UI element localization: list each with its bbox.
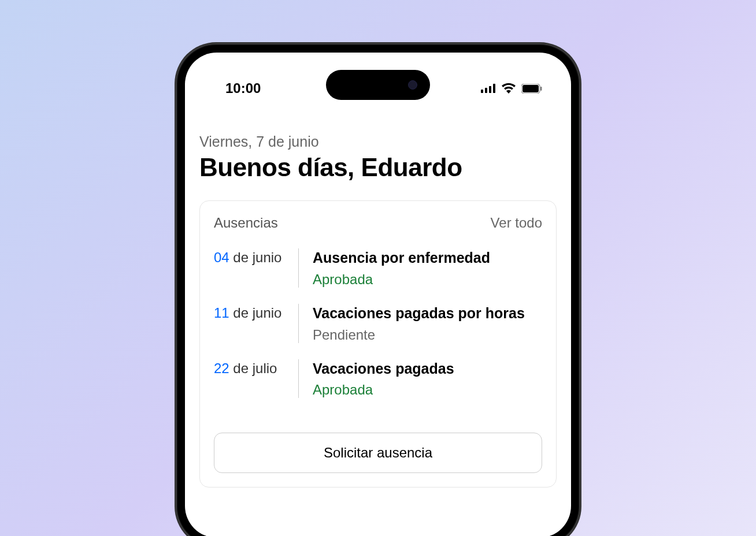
card-title: Ausencias [214, 215, 278, 231]
card-header: Ausencias Ver todo [214, 215, 542, 231]
status-icons [481, 83, 542, 94]
absence-item[interactable]: 04 de junio Ausencia por enfermedad Apro… [214, 248, 542, 288]
svg-rect-5 [522, 85, 539, 92]
absence-type: Ausencia por enfermedad [313, 248, 542, 268]
main-content: Viernes, 7 de junio Buenos días, Eduardo… [185, 99, 571, 487]
absence-details: Vacaciones pagadas por horas Pendiente [308, 304, 542, 343]
absence-date: 04 de junio [214, 248, 289, 288]
svg-rect-3 [493, 84, 495, 93]
absence-list: 04 de junio Ausencia por enfermedad Apro… [214, 248, 542, 398]
absence-status: Aprobada [313, 382, 542, 398]
absence-item[interactable]: 22 de julio Vacaciones pagadas Aprobada [214, 359, 542, 399]
absence-details: Ausencia por enfermedad Aprobada [308, 248, 542, 288]
dynamic-island [326, 70, 430, 100]
absence-status: Aprobada [313, 271, 542, 288]
absence-item[interactable]: 11 de junio Vacaciones pagadas por horas… [214, 304, 542, 343]
absence-type: Vacaciones pagadas por horas [313, 304, 542, 323]
absence-type: Vacaciones pagadas [313, 359, 542, 379]
svg-rect-6 [540, 87, 542, 91]
absence-status: Pendiente [313, 327, 542, 343]
divider [298, 248, 299, 288]
wifi-icon [502, 83, 516, 94]
svg-rect-1 [485, 88, 487, 93]
battery-icon [521, 84, 542, 94]
divider [298, 359, 299, 399]
cellular-signal-icon [481, 84, 496, 93]
divider [298, 304, 299, 343]
see-all-link[interactable]: Ver todo [491, 215, 542, 231]
status-time: 10:00 [225, 80, 261, 96]
phone-frame: 10:00 Viernes, 7 de junio Buenos días, E… [176, 43, 580, 536]
absence-date: 11 de junio [214, 304, 289, 343]
absences-card: Ausencias Ver todo 04 de junio Ausencia … [199, 200, 557, 487]
greeting-title: Buenos días, Eduardo [199, 153, 557, 182]
date-label: Viernes, 7 de junio [199, 133, 557, 150]
absence-details: Vacaciones pagadas Aprobada [308, 359, 542, 399]
absence-date: 22 de julio [214, 359, 289, 399]
phone-screen: 10:00 Viernes, 7 de junio Buenos días, E… [185, 53, 571, 536]
svg-rect-0 [481, 90, 483, 93]
svg-rect-2 [489, 86, 491, 93]
request-absence-button[interactable]: Solicitar ausencia [214, 433, 542, 473]
